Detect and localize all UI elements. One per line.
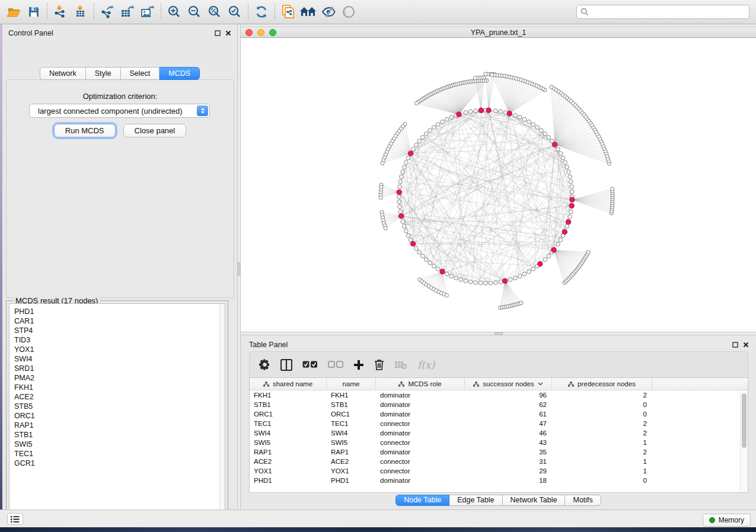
circle-node[interactable]: [540, 129, 544, 133]
mcds-result-item[interactable]: STB5: [9, 402, 225, 411]
circle-node[interactable]: [531, 123, 535, 127]
deselect-all-icon[interactable]: [328, 361, 343, 369]
tab-motifs[interactable]: Motifs: [565, 495, 601, 506]
window-maximize-icon[interactable]: [269, 29, 276, 36]
circle-node[interactable]: [445, 272, 449, 276]
circle-node[interactable]: [454, 276, 458, 280]
export-image-icon[interactable]: [138, 2, 158, 21]
circle-node[interactable]: [425, 132, 429, 136]
circle-node[interactable]: [404, 229, 409, 233]
close-panel-icon[interactable]: [225, 30, 231, 36]
mcds-result-item[interactable]: RAP1: [9, 421, 225, 430]
circle-node[interactable]: [459, 278, 463, 282]
tab-network-table[interactable]: Network Table: [503, 495, 566, 506]
mcds-result-item[interactable]: TID3: [9, 335, 225, 345]
circle-node[interactable]: [421, 254, 425, 258]
leaf-node[interactable]: [379, 196, 382, 199]
circle-node[interactable]: [436, 267, 441, 271]
circle-node[interactable]: [403, 225, 407, 229]
circle-node[interactable]: [535, 126, 540, 130]
zoom-fit-icon[interactable]: [205, 2, 225, 21]
zoom-out-icon[interactable]: [184, 2, 205, 21]
circle-node[interactable]: [449, 274, 454, 278]
settings-gear-icon[interactable]: [259, 359, 270, 370]
circle-node[interactable]: [400, 175, 404, 179]
table-row[interactable]: YOX1YOX1connector291: [250, 466, 740, 476]
close-panel-icon[interactable]: [743, 342, 749, 348]
zoom-in-icon[interactable]: [164, 2, 184, 21]
table-row[interactable]: ACE2ACE2connector311: [250, 457, 740, 466]
circle-node[interactable]: [414, 143, 419, 148]
add-column-icon[interactable]: [353, 360, 364, 370]
import-table-icon[interactable]: [71, 2, 91, 21]
circle-node[interactable]: [436, 123, 441, 127]
mcds-result-item[interactable]: SRD1: [9, 364, 225, 373]
table-row[interactable]: STB1STB1dominator620: [250, 400, 740, 409]
tab-style[interactable]: Style: [86, 67, 121, 80]
circle-node[interactable]: [531, 267, 535, 271]
split-columns-icon[interactable]: [280, 359, 292, 371]
circle-node[interactable]: [489, 281, 493, 286]
circle-node[interactable]: [406, 233, 410, 238]
save-session-icon[interactable]: [24, 2, 44, 21]
column-header-name[interactable]: name: [327, 378, 376, 390]
circle-node[interactable]: [561, 156, 565, 160]
search-box[interactable]: [576, 5, 749, 19]
table-row[interactable]: FKH1FKH1dominator962: [250, 390, 740, 400]
circle-node[interactable]: [484, 281, 488, 286]
mcds-hub-node[interactable]: [479, 108, 483, 113]
column-header-successor-nodes[interactable]: successor nodes: [465, 378, 552, 390]
tab-mcds[interactable]: MCDS: [160, 67, 200, 80]
circle-node[interactable]: [417, 139, 422, 143]
select-all-icon[interactable]: [302, 361, 318, 369]
circle-node[interactable]: [570, 185, 574, 189]
mcds-hub-node[interactable]: [507, 111, 512, 116]
circle-node[interactable]: [428, 129, 432, 133]
circle-node[interactable]: [513, 114, 518, 118]
circle-node[interactable]: [499, 110, 503, 114]
mcds-hub-node[interactable]: [569, 203, 574, 208]
refresh-icon[interactable]: [251, 2, 272, 21]
splitter-handle[interactable]: [495, 332, 503, 335]
circle-node[interactable]: [563, 161, 567, 165]
scrollbar-thumb[interactable]: [742, 393, 747, 448]
leaf-node[interactable]: [484, 72, 487, 76]
close-panel-button[interactable]: Close panel: [123, 124, 187, 137]
leaf-node[interactable]: [381, 161, 384, 165]
circle-node[interactable]: [543, 132, 547, 136]
mcds-result-item[interactable]: PMA2: [9, 373, 225, 383]
circle-node[interactable]: [518, 274, 522, 278]
circle-node[interactable]: [397, 200, 401, 204]
leaf-node[interactable]: [445, 293, 448, 297]
hide-eye-icon[interactable]: [318, 2, 339, 21]
circle-node[interactable]: [513, 276, 518, 280]
mcds-hub-node[interactable]: [399, 214, 404, 219]
circle-node[interactable]: [474, 281, 478, 285]
circle-node[interactable]: [569, 180, 573, 184]
circle-node[interactable]: [556, 148, 560, 152]
window-minimize-icon[interactable]: [257, 29, 264, 36]
circle-node[interactable]: [568, 214, 572, 219]
splitter-handle[interactable]: [238, 262, 240, 275]
mcds-hub-node[interactable]: [397, 190, 401, 194]
mcds-hub-node[interactable]: [553, 142, 557, 147]
column-header-MCDS-role[interactable]: MCDS role: [376, 378, 465, 390]
column-header-predecessor-nodes[interactable]: predecessor nodes: [552, 378, 652, 390]
circle-node[interactable]: [421, 136, 425, 140]
circle-node[interactable]: [474, 109, 478, 113]
circle-node[interactable]: [509, 278, 513, 282]
network-canvas[interactable]: [241, 38, 756, 332]
circle-node[interactable]: [441, 120, 445, 124]
table-row[interactable]: PHD1PHD1dominator180: [250, 476, 740, 485]
show-eye-icon[interactable]: [339, 2, 359, 21]
circle-node[interactable]: [543, 258, 547, 262]
mcds-hub-node[interactable]: [409, 151, 413, 156]
circle-node[interactable]: [428, 261, 432, 265]
search-input[interactable]: [589, 8, 745, 16]
criterion-select[interactable]: largest connected component (undirected): [29, 104, 210, 118]
circle-node[interactable]: [464, 279, 468, 283]
circle-node[interactable]: [468, 280, 473, 284]
circle-node[interactable]: [567, 170, 571, 174]
circle-node[interactable]: [445, 117, 449, 121]
mcds-hub-node[interactable]: [551, 248, 556, 252]
